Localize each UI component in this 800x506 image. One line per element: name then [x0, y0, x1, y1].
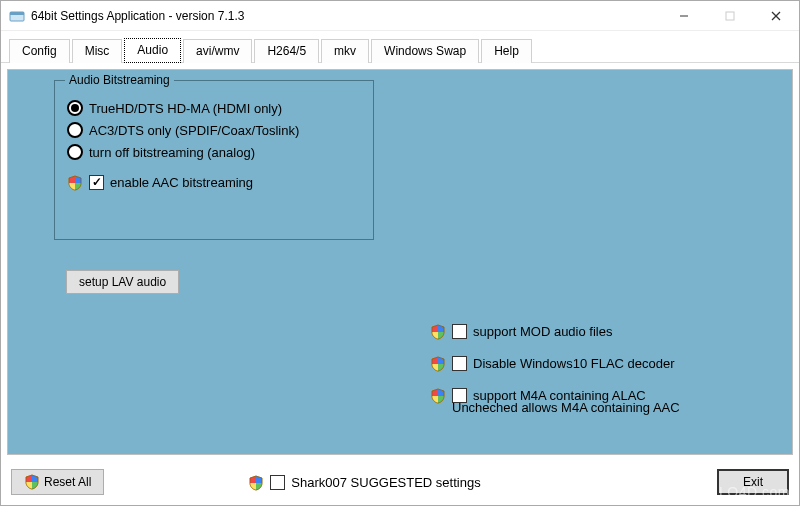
checkbox-label: Shark007 SUGGESTED settings	[291, 475, 480, 490]
radio-indicator-icon	[67, 122, 83, 138]
tab-audio[interactable]: Audio	[124, 38, 181, 63]
window-controls	[661, 1, 799, 30]
exit-button[interactable]: Exit	[717, 469, 789, 495]
checkbox-support-mod-audio[interactable]: support MOD audio files	[430, 320, 680, 342]
tab-misc[interactable]: Misc	[72, 39, 123, 63]
radio-ac3-dts-only[interactable]: AC3/DTS only (SPDIF/Coax/Toslink)	[67, 119, 299, 141]
radio-truehd-dts-hd-ma[interactable]: TrueHD/DTS HD-MA (HDMI only)	[67, 97, 299, 119]
tab-mkv[interactable]: mkv	[321, 39, 369, 63]
app-icon	[9, 8, 25, 24]
radio-indicator-icon	[67, 144, 83, 160]
checkbox-indicator-icon	[89, 175, 104, 190]
checkbox-disable-win10-flac[interactable]: Disable Windows10 FLAC decoder	[430, 352, 680, 374]
tab-panel-audio: Audio Bitstreaming TrueHD/DTS HD-MA (HDM…	[7, 69, 793, 455]
checkbox-enable-aac[interactable]: enable AAC bitstreaming	[67, 171, 299, 193]
m4a-note: Uncheched allows M4A containing AAC	[452, 400, 680, 415]
minimize-button[interactable]	[661, 1, 707, 30]
right-options-group: support MOD audio files Disable Windows1…	[430, 320, 680, 415]
radio-label: TrueHD/DTS HD-MA (HDMI only)	[89, 101, 282, 116]
shield-icon	[430, 355, 446, 371]
checkbox-label: support MOD audio files	[473, 324, 612, 339]
checkbox-label: enable AAC bitstreaming	[110, 175, 253, 190]
tab-help[interactable]: Help	[481, 39, 532, 63]
tab-h264-5[interactable]: H264/5	[254, 39, 319, 63]
checkbox-label: Disable Windows10 FLAC decoder	[473, 356, 675, 371]
checkbox-indicator-icon	[452, 324, 467, 339]
checkbox-indicator-icon	[270, 475, 285, 490]
reset-all-button[interactable]: Reset All	[11, 469, 104, 495]
setup-lav-audio-button[interactable]: setup LAV audio	[66, 270, 179, 294]
button-label: Exit	[743, 475, 763, 489]
checkbox-shark007-suggested[interactable]: Shark007 SUGGESTED settings	[248, 471, 480, 493]
button-label: Reset All	[44, 475, 91, 489]
window-title: 64bit Settings Application - version 7.1…	[31, 9, 661, 23]
shield-icon	[248, 474, 264, 490]
radio-turn-off-bitstreaming[interactable]: turn off bitstreaming (analog)	[67, 141, 299, 163]
close-button[interactable]	[753, 1, 799, 30]
maximize-button[interactable]	[707, 1, 753, 30]
tab-config[interactable]: Config	[9, 39, 70, 63]
groupbox-legend: Audio Bitstreaming	[65, 73, 174, 87]
tab-avi-wmv[interactable]: avi/wmv	[183, 39, 252, 63]
radio-label: turn off bitstreaming (analog)	[89, 145, 255, 160]
groupbox-audio-bitstreaming: Audio Bitstreaming TrueHD/DTS HD-MA (HDM…	[54, 80, 374, 240]
radio-label: AC3/DTS only (SPDIF/Coax/Toslink)	[89, 123, 299, 138]
shield-icon	[24, 474, 40, 490]
svg-rect-1	[10, 12, 24, 15]
radio-indicator-icon	[67, 100, 83, 116]
titlebar: 64bit Settings Application - version 7.1…	[1, 1, 799, 31]
checkbox-indicator-icon	[452, 356, 467, 371]
shield-icon	[430, 323, 446, 339]
app-window: 64bit Settings Application - version 7.1…	[0, 0, 800, 506]
svg-rect-3	[726, 12, 734, 20]
shield-icon	[67, 174, 83, 190]
shield-icon	[430, 387, 446, 403]
tab-windows-swap[interactable]: Windows Swap	[371, 39, 479, 63]
bottom-bar: Reset All Shark007 SUGGESTED settings Ex…	[1, 461, 799, 505]
button-label: setup LAV audio	[79, 275, 166, 289]
tabstrip: Config Misc Audio avi/wmv H264/5 mkv Win…	[1, 31, 799, 63]
